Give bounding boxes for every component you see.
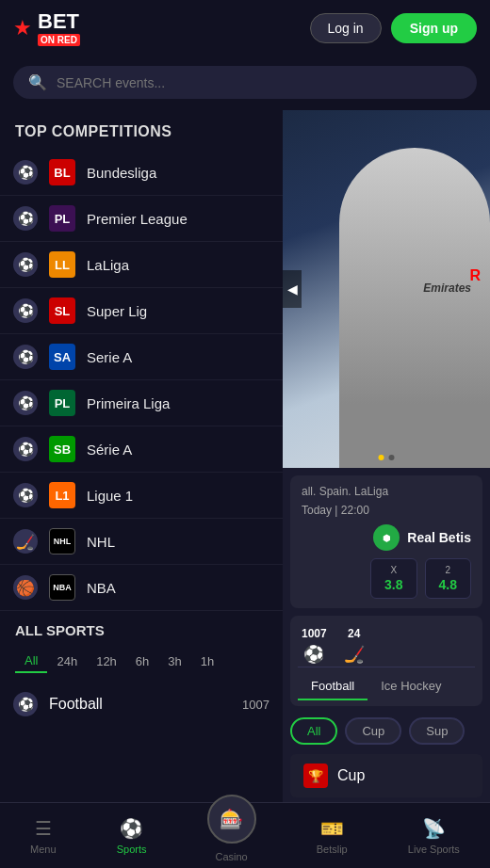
serie-a-label: Serie A — [87, 349, 132, 365]
cup-icon: 🏆 — [303, 764, 328, 788]
ice-hockey-tab-counter[interactable]: 24 🏒 — [344, 627, 365, 665]
filter-chips: All Cup Sup — [283, 712, 490, 750]
ice-hockey-counter-icon: 🏒 — [344, 644, 365, 665]
scroll-left-arrow[interactable]: ◀ — [283, 270, 302, 308]
nav-betslip[interactable]: 🎫 Betslip — [305, 812, 359, 860]
competition-bundesliga[interactable]: ⚽ BL Bundesliga — [0, 150, 283, 196]
competition-serie-a[interactable]: ⚽ SA Serie A — [0, 334, 283, 380]
primeira-icon: PL — [49, 390, 75, 416]
competition-nba[interactable]: 🏀 NBA NBA — [0, 565, 283, 611]
odd-label-x: X — [390, 565, 397, 575]
football-label: Football — [49, 696, 103, 713]
ball-icon: ⚽ — [13, 345, 38, 369]
competition-laliga[interactable]: ⚽ LL LaLiga — [0, 242, 283, 288]
chip-all[interactable]: All — [290, 717, 337, 745]
sport-row-football[interactable]: ⚽ Football 1007 — [0, 683, 283, 726]
betslip-label: Betslip — [317, 844, 348, 855]
time-filter-24h[interactable]: 24h — [47, 650, 87, 673]
live-sports-icon: 📡 — [422, 817, 446, 840]
menu-label: Menu — [30, 844, 57, 855]
basketball-icon: 🏀 — [13, 575, 38, 600]
bundesliga-icon: BL — [49, 159, 75, 185]
seriea-icon: SA — [49, 344, 75, 370]
header-actions: Log in Sign up — [310, 13, 477, 43]
laliga-label: LaLiga — [87, 257, 129, 273]
nhl-icon: NHL — [49, 528, 75, 555]
ball-icon: ⚽ — [13, 160, 38, 185]
sports-icon: ⚽ — [120, 817, 143, 840]
nav-casino[interactable]: 🎰 Casino — [196, 804, 268, 868]
time-filter-1h[interactable]: 1h — [191, 650, 223, 673]
ball-icon: ⚽ — [13, 206, 38, 231]
serie-a-br-label: Série A — [87, 442, 132, 458]
logo-text: BET — [38, 11, 79, 32]
odd-button-2[interactable]: 2 4.8 — [425, 558, 471, 599]
nhl-label: NHL — [87, 534, 115, 550]
top-competitions-title: TOP COMPETITIONS — [0, 110, 283, 150]
nav-menu[interactable]: ☰ Menu — [19, 812, 68, 860]
casino-circle: 🎰 — [207, 795, 256, 844]
football-tab-counter[interactable]: 1007 ⚽ — [302, 627, 327, 665]
menu-icon: ☰ — [35, 817, 52, 840]
login-button[interactable]: Log in — [310, 13, 382, 43]
odds-row: X 3.8 2 4.8 — [302, 558, 471, 599]
primeira-label: Primeira Liga — [87, 395, 170, 411]
ball-icon: ⚽ — [13, 483, 38, 507]
time-filter-all[interactable]: All — [15, 650, 47, 673]
logo-area: ★ BET ON RED — [13, 11, 80, 46]
cup-label: Cup — [337, 767, 365, 784]
competition-primeira[interactable]: ⚽ PL Primeira Liga — [0, 380, 283, 426]
r-badge: R — [469, 267, 481, 284]
nav-sports[interactable]: ⚽ Sports — [106, 812, 158, 860]
odd-value-2: 4.8 — [439, 577, 457, 592]
ball-icon: ⚽ — [13, 437, 38, 461]
time-filter-3h[interactable]: 3h — [158, 650, 190, 673]
emirates-text: Emirates — [423, 281, 471, 295]
signup-button[interactable]: Sign up — [391, 13, 477, 43]
cup-row[interactable]: 🏆 Cup — [290, 754, 482, 797]
premier-league-icon: PL — [49, 205, 75, 232]
chip-sup[interactable]: Sup — [409, 717, 465, 745]
sports-label: Sports — [117, 844, 147, 855]
player-silhouette — [339, 148, 490, 468]
match-teams: ⬢ Real Betis — [302, 524, 471, 551]
time-filter-bar: All 24h 12h 6h 3h 1h — [0, 646, 283, 683]
competition-nhl[interactable]: 🏒 NHL NHL — [0, 519, 283, 565]
main-area: TOP COMPETITIONS ⚽ BL Bundesliga ⚽ PL Pr… — [0, 110, 490, 828]
team-home-name: Real Betis — [407, 530, 471, 545]
match-card: all. Spain. LaLiga Today | 22:00 ⬢ Real … — [290, 475, 482, 608]
sport-tabs: Football Ice Hockey — [298, 667, 475, 700]
sport-tabs-area: 1007 ⚽ 24 🏒 Football Ice Hockey — [290, 616, 482, 706]
ball-icon: ⚽ — [13, 252, 38, 277]
ball-icon: ⚽ — [13, 298, 38, 323]
sidebar: TOP COMPETITIONS ⚽ BL Bundesliga ⚽ PL Pr… — [0, 110, 283, 828]
hockey-stick-icon: 🏒 — [13, 529, 38, 554]
nba-label: NBA — [87, 580, 116, 596]
nav-live-sports[interactable]: 📡 Live Sports — [397, 812, 471, 860]
competition-ligue1[interactable]: ⚽ L1 Ligue 1 — [0, 473, 283, 519]
ligue1-label: Ligue 1 — [87, 488, 133, 504]
search-input-wrap: 🔍 — [13, 66, 477, 99]
tab-football[interactable]: Football — [298, 673, 368, 700]
chip-cup[interactable]: Cup — [345, 717, 401, 745]
casino-icon: 🎰 — [220, 808, 243, 830]
competition-serie-a-br[interactable]: ⚽ SB Série A — [0, 426, 283, 473]
laliga-icon: LL — [49, 251, 75, 278]
betslip-icon: 🎫 — [320, 817, 344, 840]
odd-button-x[interactable]: X 3.8 — [370, 558, 416, 599]
football-count-badge: 1007 — [302, 627, 327, 640]
premier-league-label: Premier League — [87, 211, 188, 227]
dot-active — [379, 455, 384, 460]
time-filter-6h[interactable]: 6h — [126, 650, 158, 673]
competition-premier-league[interactable]: ⚽ PL Premier League — [0, 196, 283, 242]
football-counter-icon: ⚽ — [303, 644, 324, 665]
time-filter-12h[interactable]: 12h — [87, 650, 126, 673]
logo-sub: ON RED — [38, 34, 80, 46]
search-input[interactable] — [57, 75, 462, 90]
competition-super-lig[interactable]: ⚽ SL Super Lig — [0, 288, 283, 334]
football-icon: ⚽ — [13, 692, 38, 716]
match-time: Today | 22:00 — [302, 504, 471, 517]
all-sports-title: ALL SPORTS — [0, 611, 283, 646]
tab-ice-hockey[interactable]: Ice Hockey — [368, 673, 454, 700]
live-sports-label: Live Sports — [408, 844, 460, 855]
